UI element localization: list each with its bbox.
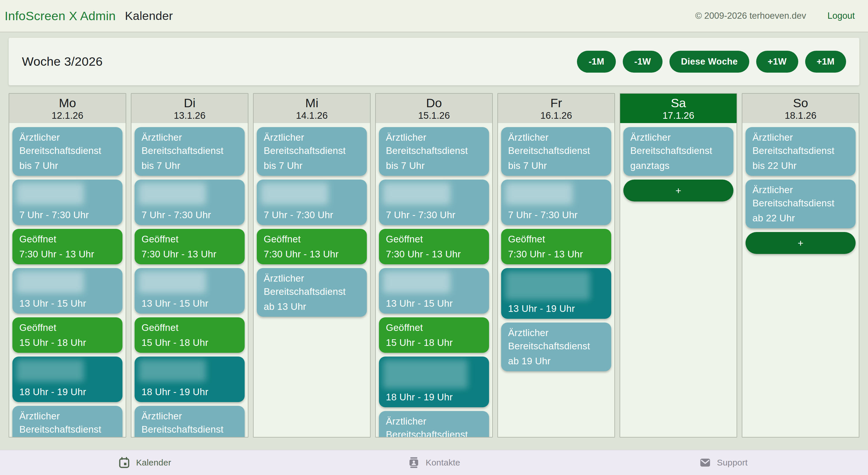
event-time: bis 7 Uhr	[264, 160, 360, 172]
event-title: Geöffnet	[386, 233, 482, 246]
brand-link[interactable]: InfoScreen X Admin	[5, 9, 116, 23]
event-time: ganztags	[630, 160, 726, 172]
event-card[interactable]: Geöffnet7:30 Uhr - 13 Uhr	[12, 229, 122, 264]
event-card[interactable]: 7 Uhr - 7:30 Uhr	[379, 180, 489, 225]
event-card[interactable]: Geöffnet7:30 Uhr - 13 Uhr	[257, 229, 367, 264]
day-name: Di	[184, 96, 196, 110]
redacted-text	[17, 360, 84, 382]
nav-item-kontakte[interactable]: Kontakte	[289, 450, 579, 475]
calendar-icon	[118, 456, 130, 469]
day-column-mo: Mo12.1.26Ärztlicher Bereitschaftsdienstb…	[9, 93, 126, 438]
event-time: 13 Uhr - 15 Uhr	[142, 298, 238, 309]
redacted-text	[138, 183, 206, 205]
event-card[interactable]: Ärztlicher Bereitschaftsdienstab 19 Uhr	[379, 411, 489, 437]
day-header: Di13.1.26	[131, 94, 248, 123]
event-time: ab 13 Uhr	[264, 301, 360, 313]
event-title: Geöffnet	[508, 233, 604, 246]
event-card[interactable]: 7 Uhr - 7:30 Uhr	[12, 180, 122, 225]
day-date: 14.1.26	[296, 110, 328, 121]
day-column-do: Do15.1.26Ärztlicher Bereitschaftsdienstb…	[375, 93, 493, 438]
next-week-button[interactable]: +1W	[756, 51, 798, 72]
add-event-button[interactable]: +	[746, 232, 856, 254]
event-time: 7 Uhr - 7:30 Uhr	[264, 209, 360, 221]
day-column-so: So18.1.26Ärztlicher Bereitschaftsdienstb…	[742, 93, 859, 438]
event-card[interactable]: 7 Uhr - 7:30 Uhr	[134, 180, 245, 225]
event-card[interactable]: Ärztlicher Bereitschaftsdienstab 19 Uhr	[134, 406, 245, 437]
event-title: Geöffnet	[19, 321, 116, 334]
day-header: Sa17.1.26	[620, 94, 737, 123]
logout-link[interactable]: Logout	[827, 11, 855, 21]
event-time: 13 Uhr - 15 Uhr	[19, 298, 116, 309]
event-time: 18 Uhr - 19 Uhr	[142, 386, 238, 398]
event-card[interactable]: Geöffnet15 Uhr - 18 Uhr	[134, 317, 245, 353]
nav-item-kalender[interactable]: Kalender	[0, 450, 289, 475]
week-toolbar: Woche 3/2026 -1M -1W Diese Woche +1W +1M	[9, 38, 859, 85]
event-title: Ärztlicher Bereitschaftsdienst	[508, 326, 604, 353]
day-date: 12.1.26	[52, 110, 83, 121]
prev-week-button[interactable]: -1W	[623, 51, 662, 72]
event-card[interactable]: 7 Uhr - 7:30 Uhr	[257, 180, 367, 225]
next-month-button[interactable]: +1M	[805, 51, 846, 72]
event-card[interactable]: Geöffnet15 Uhr - 18 Uhr	[12, 317, 122, 353]
day-name: Mi	[305, 96, 318, 110]
event-card[interactable]: Ärztlicher Bereitschaftsdienstbis 22 Uhr	[746, 127, 856, 176]
day-column-di: Di13.1.26Ärztlicher Bereitschaftsdienstb…	[131, 93, 248, 438]
event-card[interactable]: 18 Uhr - 19 Uhr	[379, 357, 489, 407]
event-card[interactable]: Ärztlicher Bereitschaftsdienstbis 7 Uhr	[134, 127, 245, 176]
event-title: Geöffnet	[142, 233, 238, 246]
event-card[interactable]: Geöffnet7:30 Uhr - 13 Uhr	[379, 229, 489, 264]
current-week-button[interactable]: Diese Woche	[670, 51, 749, 72]
event-card[interactable]: Geöffnet7:30 Uhr - 13 Uhr	[134, 229, 245, 264]
event-card[interactable]: 18 Uhr - 19 Uhr	[12, 357, 122, 402]
event-card[interactable]: 18 Uhr - 19 Uhr	[134, 357, 245, 402]
event-title: Ärztlicher Bereitschaftsdienst	[752, 131, 849, 157]
event-card[interactable]: Ärztlicher Bereitschaftsdienstab 22 Uhr	[746, 180, 856, 228]
day-events: Ärztlicher Bereitschaftsdienstbis 7 Uhr7…	[254, 123, 370, 437]
event-time: 15 Uhr - 18 Uhr	[19, 337, 116, 349]
event-title: Geöffnet	[386, 321, 482, 334]
redacted-text	[138, 271, 206, 293]
bottom-nav: Kalender Kontakte Support	[0, 450, 868, 475]
redacted-text	[383, 271, 451, 293]
day-date: 17.1.26	[662, 110, 694, 121]
event-card[interactable]: Ärztlicher Bereitschaftsdienstab 13 Uhr	[257, 268, 367, 317]
event-time: bis 7 Uhr	[142, 160, 238, 172]
add-event-button[interactable]: +	[623, 180, 734, 202]
day-name: Do	[426, 96, 442, 110]
event-card[interactable]: 13 Uhr - 15 Uhr	[134, 268, 245, 314]
day-name: Sa	[671, 96, 686, 110]
event-time: 7:30 Uhr - 13 Uhr	[386, 248, 482, 260]
event-title: Ärztlicher Bereitschaftsdienst	[508, 131, 604, 157]
prev-month-button[interactable]: -1M	[577, 51, 616, 72]
day-events: Ärztlicher Bereitschaftsdienstbis 7 Uhr7…	[131, 123, 248, 437]
event-card[interactable]: Ärztlicher Bereitschaftsdienstab 19 Uhr	[501, 323, 611, 371]
event-card[interactable]: 13 Uhr - 15 Uhr	[12, 268, 122, 314]
event-title: Ärztlicher Bereitschaftsdienst	[630, 131, 726, 157]
nav-label: Kalender	[136, 458, 171, 468]
event-card[interactable]: 13 Uhr - 19 Uhr	[501, 268, 611, 319]
event-time: bis 7 Uhr	[19, 160, 116, 172]
event-title: Ärztlicher Bereitschaftsdienst	[142, 131, 238, 157]
nav-label: Kontakte	[426, 458, 460, 468]
mail-icon	[699, 456, 711, 469]
day-column-fr: Fr16.1.26Ärztlicher Bereitschaftsdienstb…	[497, 93, 615, 438]
event-card[interactable]: Ärztlicher Bereitschaftsdienstganztags	[623, 127, 734, 176]
page-title: Kalender	[125, 9, 173, 23]
day-column-mi: Mi14.1.26Ärztlicher Bereitschaftsdienstb…	[253, 93, 371, 438]
event-card[interactable]: Ärztlicher Bereitschaftsdienstab 19 Uhr	[12, 406, 122, 437]
event-card[interactable]: Geöffnet7:30 Uhr - 13 Uhr	[501, 229, 611, 264]
event-card[interactable]: Ärztlicher Bereitschaftsdienstbis 7 Uhr	[257, 127, 367, 176]
event-card[interactable]: Ärztlicher Bereitschaftsdienstbis 7 Uhr	[379, 127, 489, 176]
day-name: So	[793, 96, 808, 110]
event-card[interactable]: Ärztlicher Bereitschaftsdienstbis 7 Uhr	[501, 127, 611, 176]
day-header: Fr16.1.26	[498, 94, 614, 123]
event-time: 15 Uhr - 18 Uhr	[142, 337, 238, 349]
event-title: Ärztlicher Bereitschaftsdienst	[19, 410, 116, 436]
event-card[interactable]: Ärztlicher Bereitschaftsdienstbis 7 Uhr	[12, 127, 122, 176]
event-card[interactable]: 13 Uhr - 15 Uhr	[379, 268, 489, 314]
event-title: Ärztlicher Bereitschaftsdienst	[142, 410, 238, 436]
event-card[interactable]: 7 Uhr - 7:30 Uhr	[501, 180, 611, 225]
day-header: Mi14.1.26	[254, 94, 370, 123]
nav-item-support[interactable]: Support	[579, 450, 868, 475]
event-card[interactable]: Geöffnet15 Uhr - 18 Uhr	[379, 317, 489, 353]
